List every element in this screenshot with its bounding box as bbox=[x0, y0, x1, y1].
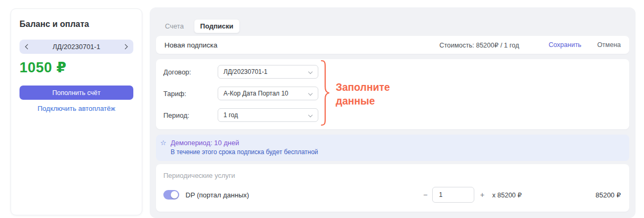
annotation-brace bbox=[320, 60, 330, 126]
balance-panel-title: Баланс и оплата bbox=[19, 20, 133, 29]
account-selector-value: ЛД/20230701-1 bbox=[53, 43, 100, 51]
chevron-left-icon[interactable] bbox=[25, 44, 31, 50]
demo-period-title: Демопериод: 10 дней bbox=[171, 139, 318, 147]
service-label: DP (портал данных) bbox=[186, 191, 249, 199]
save-button[interactable]: Сохранить bbox=[549, 41, 581, 49]
account-selector[interactable]: ЛД/20230701-1 bbox=[19, 40, 133, 54]
annotation-line-1: Заполните bbox=[336, 80, 390, 94]
tariff-label: Тариф: bbox=[163, 90, 218, 98]
star-outline-icon: ☆ bbox=[160, 139, 167, 161]
contract-label: Договор: bbox=[163, 68, 218, 76]
new-subscription-header: Новая подписка Стоимость: 85200₽ / 1 год… bbox=[156, 36, 629, 54]
annotation-line-2: данные bbox=[336, 94, 390, 108]
cost-summary: Стоимость: 85200₽ / 1 год bbox=[440, 41, 519, 49]
period-label: Период: bbox=[163, 111, 218, 119]
topup-button[interactable]: Пополнить счёт bbox=[19, 86, 133, 100]
toggle-knob bbox=[171, 191, 178, 198]
contract-select-value: ЛД/20230701-1 bbox=[223, 68, 267, 75]
autopay-link[interactable]: Подключить автоплатёж bbox=[19, 105, 133, 112]
contract-select[interactable]: ЛД/20230701-1 bbox=[218, 65, 318, 79]
service-row: DP (портал данных) − + x 85200 ₽ 85200 ₽ bbox=[163, 186, 621, 204]
balance-amount: 1050 ₽ bbox=[19, 59, 133, 76]
period-select[interactable]: 1 год bbox=[218, 108, 318, 122]
chevron-down-icon bbox=[308, 113, 313, 117]
qty-decrease-button[interactable]: − bbox=[421, 191, 430, 199]
cancel-button[interactable]: Отмена bbox=[597, 41, 621, 49]
periodic-services-card: Периодические услуги DP (портал данных) … bbox=[156, 164, 629, 212]
subscription-form: Договор: ЛД/20230701-1 Тариф: А-Кор Дата… bbox=[156, 59, 629, 129]
form-row-tariff: Тариф: А-Кор Дата Портал 10 bbox=[163, 87, 622, 100]
row-total: 85200 ₽ bbox=[522, 191, 621, 199]
balance-panel: Баланс и оплата ЛД/20230701-1 1050 ₽ Поп… bbox=[11, 8, 142, 215]
tab-subscriptions[interactable]: Подписки bbox=[194, 19, 240, 33]
new-subscription-title: Новая подписка bbox=[164, 41, 218, 49]
chevron-down-icon bbox=[308, 70, 313, 74]
qty-input[interactable] bbox=[432, 187, 474, 203]
qty-increase-button[interactable]: + bbox=[477, 191, 487, 199]
unit-price: x 85200 ₽ bbox=[492, 191, 522, 199]
demo-period-subtitle: В течение этого срока подписка будет бес… bbox=[171, 148, 318, 156]
subscription-panel: Счета Подписки Новая подписка Стоимость:… bbox=[150, 7, 636, 218]
demo-period-notice: ☆ Демопериод: 10 дней В течение этого ср… bbox=[156, 135, 629, 161]
form-row-period: Период: 1 год bbox=[163, 108, 622, 122]
annotation-text: Заполните данные bbox=[336, 80, 390, 108]
tariff-select[interactable]: А-Кор Дата Портал 10 bbox=[218, 87, 318, 100]
service-toggle[interactable] bbox=[163, 190, 179, 200]
form-row-contract: Договор: ЛД/20230701-1 bbox=[163, 65, 622, 79]
period-select-value: 1 год bbox=[223, 111, 238, 119]
chevron-right-icon[interactable] bbox=[123, 44, 128, 50]
chevron-down-icon bbox=[308, 91, 313, 96]
tariff-select-value: А-Кор Дата Портал 10 bbox=[223, 90, 288, 97]
tab-bar: Счета Подписки bbox=[159, 19, 629, 33]
tab-invoices[interactable]: Счета bbox=[159, 20, 190, 33]
periodic-services-title: Периодические услуги bbox=[163, 172, 621, 179]
